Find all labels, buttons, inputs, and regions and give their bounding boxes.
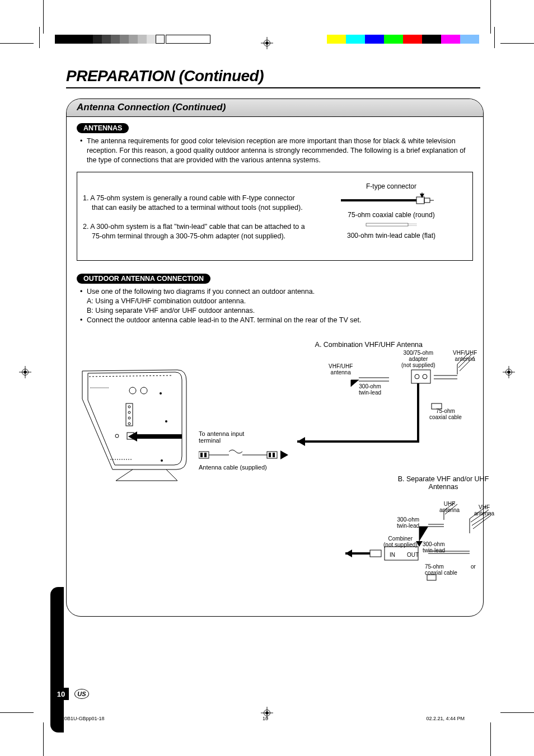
svg-point-21 (128, 411, 130, 414)
imprint-file: 20B1U-GBpp01-18 (62, 716, 105, 721)
antennas-bullet: • The antenna requirements for good colo… (80, 137, 473, 165)
to-input-label: To antenna input terminal (199, 430, 266, 444)
svg-point-18 (160, 392, 162, 395)
svg-point-5 (507, 370, 510, 374)
section-header: Antenna Connection (Continued) (67, 99, 483, 117)
print-gray-bars (55, 35, 210, 44)
vhf-uhf-ant-label-right: VHF/UHF antenna (453, 350, 477, 362)
svg-rect-28 (137, 434, 182, 439)
svg-rect-43 (370, 550, 381, 557)
svg-rect-33 (267, 452, 277, 458)
outdoor-pill: OUTDOOR ANTENNA CONNECTION (77, 274, 210, 284)
svg-rect-10 (416, 197, 424, 204)
list-item: 1. A 75-ohm system is generally a round … (83, 194, 308, 213)
coaxial-cable-icon (335, 190, 447, 207)
f-connector-label: F-type connector (316, 182, 467, 190)
twin-lead-label: 300-ohm twin-lead cable (flat) (316, 232, 467, 240)
coax-round-label: 75-ohm coaxial cable (round) (316, 211, 467, 219)
coax-label-b: 75-ohm coaxial cable (425, 564, 457, 576)
svg-rect-34 (269, 453, 271, 457)
out-label: OUT (407, 552, 419, 558)
twin-lead-label-b1: 300-ohm twin-lead (397, 516, 419, 529)
coax-label-a: 75-ohm coaxial cable (429, 408, 462, 420)
thumb-tab (50, 587, 64, 732)
svg-rect-37 (411, 370, 430, 383)
antennas-text: The antenna requirements for good color … (87, 137, 473, 165)
diagram-a-icon (295, 348, 474, 448)
svg-rect-30 (199, 452, 209, 458)
svg-rect-31 (200, 453, 203, 457)
or-label: or (471, 564, 476, 570)
page-title: PREPARATION (Continued) (66, 67, 480, 85)
registration-mark-icon (19, 366, 31, 378)
outdoor-text-2: Connect the outdoor antenna cable lead-i… (87, 316, 473, 325)
page-number: 10 (53, 688, 69, 700)
supplied-cable-icon (199, 448, 288, 462)
svg-point-16 (129, 387, 136, 394)
svg-point-38 (415, 374, 419, 379)
outdoor-bullet-2: • Connect the outdoor antenna cable lead… (80, 316, 473, 325)
combiner-label: Combiner (not supplied) (383, 536, 418, 548)
svg-rect-32 (204, 453, 207, 457)
registration-mark-icon (503, 366, 515, 378)
outdoor-text-1: Use one of the following two diagrams if… (87, 287, 473, 297)
svg-point-27 (161, 459, 163, 462)
svg-rect-13 (366, 223, 408, 226)
title-rule (66, 87, 480, 88)
cable-supplied-label: Antenna cable (supplied) (199, 464, 267, 471)
uhf-ant-label: UHF antenna (439, 501, 460, 513)
svg-point-22 (128, 417, 130, 419)
outdoor-text-1a: A: Using a VHF/UHF combination outdoor a… (87, 297, 473, 306)
svg-point-20 (128, 406, 130, 408)
list-item: 2. A 300-ohm system is a flat "twin-lead… (83, 222, 308, 241)
cable-types-box: 1. A 75-ohm system is generally a round … (77, 172, 473, 261)
svg-point-17 (140, 387, 147, 394)
svg-marker-8 (420, 194, 424, 198)
svg-marker-29 (128, 431, 137, 442)
svg-rect-11 (424, 198, 430, 203)
svg-point-7 (265, 711, 269, 715)
svg-point-1 (265, 41, 269, 45)
svg-point-3 (24, 370, 27, 374)
outdoor-bullet-1: • Use one of the following two diagrams … (80, 287, 473, 316)
diagram-b-title: B. Separate VHF and/or UHF Antennas (396, 475, 491, 491)
svg-point-26 (165, 420, 167, 422)
print-color-bars (327, 35, 479, 44)
svg-point-24 (115, 434, 119, 438)
antennas-pill: ANTENNAS (77, 123, 129, 133)
adapter-label: 300/75-ohm adapter (not supplied) (401, 350, 435, 368)
vhf-uhf-ant-label-left: VHF/UHF antenna (329, 363, 353, 375)
registration-mark-icon (261, 37, 273, 49)
vhf-ant-label: VHF antenna (474, 504, 494, 516)
svg-marker-40 (297, 437, 305, 446)
in-label: IN (390, 552, 395, 558)
svg-rect-35 (273, 453, 275, 457)
twin-lead-label-b2: 300-ohm twin-lead (423, 541, 445, 553)
svg-point-39 (423, 374, 427, 379)
section-box: Antenna Connection (Continued) ANTENNAS … (66, 98, 484, 617)
twin-lead-label-a: 300-ohm twin-lead (359, 383, 381, 396)
imprint-date: 02.2.21, 4:44 PM (426, 716, 465, 721)
svg-point-23 (128, 422, 130, 425)
twin-lead-cable-icon (338, 222, 444, 228)
svg-marker-44 (345, 550, 352, 557)
imprint-page: 10 (263, 716, 268, 721)
diagram-b-icon (345, 502, 491, 591)
svg-marker-36 (280, 450, 288, 459)
imprint-row: 20B1U-GBpp01-18 10 02.2.21, 4:44 PM (62, 716, 465, 721)
region-icon: US (74, 689, 89, 699)
outdoor-text-1b: B: Using separate VHF and/or UHF outdoor… (87, 306, 473, 316)
tv-rear-icon (77, 365, 191, 483)
